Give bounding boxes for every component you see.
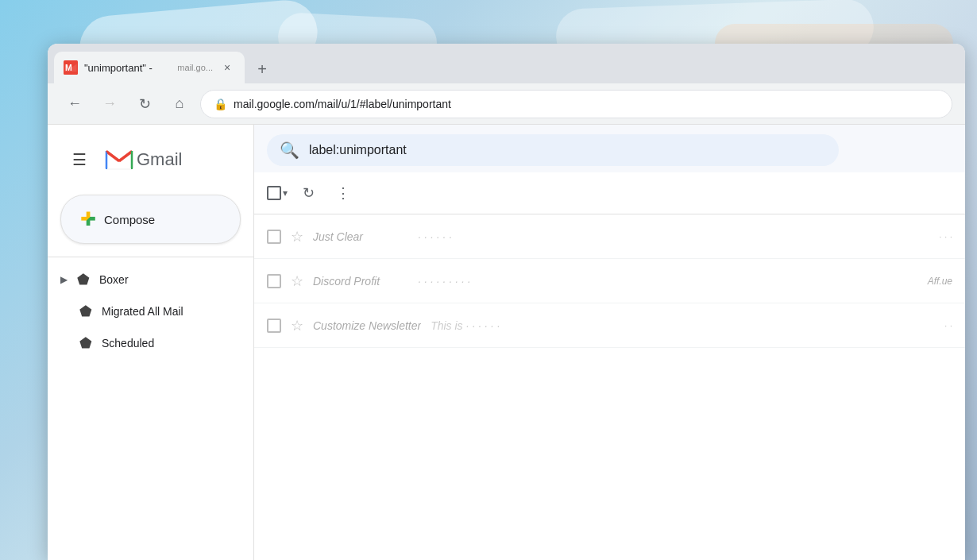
refresh-button[interactable]: ↻ xyxy=(130,90,159,118)
active-tab[interactable]: M "unimportant" - mail.go... × xyxy=(54,52,245,83)
compose-button[interactable]: ✚ Compose xyxy=(60,195,241,244)
gmail-m-logo xyxy=(105,149,133,171)
refresh-emails-button[interactable]: ↻ xyxy=(294,179,322,207)
tab-gmail-icon: M xyxy=(64,60,78,75)
home-button[interactable]: ⌂ xyxy=(165,90,194,118)
sidebar: ☰ Gmail xyxy=(48,125,254,560)
url-text: mail.google.com/mail/u/1/#label/unimport… xyxy=(234,98,451,110)
email-list: ☆ Just Clear · · · · · · · · · ☆ Discord… xyxy=(254,214,965,560)
new-tab-button[interactable]: + xyxy=(248,55,276,83)
tab-domain: mail.go... xyxy=(177,63,213,72)
migrated-label-icon: ⬟ xyxy=(79,303,92,320)
tab-close-button[interactable]: × xyxy=(219,60,235,75)
email-star-2[interactable]: ☆ xyxy=(291,272,303,290)
gmail-content: ☰ Gmail xyxy=(48,125,965,560)
scheduled-label: Scheduled xyxy=(102,337,154,350)
email-checkbox-2[interactable] xyxy=(267,274,281,288)
back-button[interactable]: ← xyxy=(60,90,89,118)
svg-text:M: M xyxy=(65,63,72,72)
email-checkbox-3[interactable] xyxy=(267,319,281,333)
email-row-2[interactable]: ☆ Discord Profit · · · · · · · · · Aff.u… xyxy=(254,259,965,303)
email-snippet-1: · · · · · · xyxy=(418,230,929,243)
browser-window: M "unimportant" - mail.go... × + ← → ↻ ⌂… xyxy=(48,44,965,560)
email-sender-2: Discord Profit xyxy=(313,275,408,288)
tab-title: "unimportant" - xyxy=(84,62,171,74)
gmail-logo-text: Gmail xyxy=(137,149,182,170)
boxer-label: Boxer xyxy=(99,273,129,286)
hamburger-button[interactable]: ☰ xyxy=(64,144,95,176)
scheduled-label-icon: ⬟ xyxy=(79,334,92,352)
forward-button: → xyxy=(95,90,124,118)
navigation-bar: ← → ↻ ⌂ 🔒 mail.google.com/mail/u/1/#labe… xyxy=(48,83,965,125)
email-star-3[interactable]: ☆ xyxy=(291,317,303,334)
select-all-checkbox[interactable]: ▾ xyxy=(267,186,288,200)
search-icon: 🔍 xyxy=(280,141,299,160)
email-sender-3: Customize Newsletter xyxy=(313,319,421,332)
checkbox-square xyxy=(267,186,281,200)
email-snippet-2: · · · · · · · · · xyxy=(418,275,918,288)
email-snippet-3: This is · · · · · · xyxy=(431,319,935,332)
sidebar-item-scheduled[interactable]: ⬟ Scheduled xyxy=(48,327,253,359)
tab-bar: M "unimportant" - mail.go... × + xyxy=(48,44,965,83)
search-query-text: label:unimportant xyxy=(309,143,407,157)
email-row[interactable]: ☆ Just Clear · · · · · · · · · xyxy=(254,214,965,259)
email-time-2: Aff.ue xyxy=(928,276,952,287)
email-toolbar: ▾ ↻ ⋮ xyxy=(254,172,965,214)
lock-icon: 🔒 xyxy=(214,98,227,110)
email-time-1: · · · xyxy=(939,231,952,242)
email-time-3: · · xyxy=(944,320,952,331)
sidebar-item-boxer[interactable]: ▶ ⬟ Boxer xyxy=(48,264,253,295)
more-options-button[interactable]: ⋮ xyxy=(329,179,357,207)
sidebar-item-migrated-all-mail[interactable]: ⬟ Migrated All Mail xyxy=(48,295,253,327)
search-bar-area: 🔍 label:unimportant xyxy=(254,125,965,172)
migrated-all-mail-label: Migrated All Mail xyxy=(102,305,183,318)
checkbox-dropdown-arrow: ▾ xyxy=(283,187,288,199)
email-star-1[interactable]: ☆ xyxy=(291,228,303,245)
sidebar-divider xyxy=(48,257,253,257)
compose-plus-icon: ✚ xyxy=(80,208,96,230)
boxer-expand-icon: ▶ xyxy=(60,274,68,285)
gmail-header: ☰ Gmail xyxy=(48,131,253,188)
address-bar[interactable]: 🔒 mail.google.com/mail/u/1/#label/unimpo… xyxy=(200,90,952,118)
compose-label: Compose xyxy=(104,213,155,226)
email-checkbox-1[interactable] xyxy=(267,230,281,244)
boxer-label-icon: ⬟ xyxy=(77,271,90,288)
search-bar[interactable]: 🔍 label:unimportant xyxy=(267,134,839,166)
main-email-area: 🔍 label:unimportant ▾ ↻ ⋮ ☆ Just xyxy=(254,125,965,560)
gmail-logo: Gmail xyxy=(105,149,182,171)
email-sender-1: Just Clear xyxy=(313,230,408,243)
email-row-3[interactable]: ☆ Customize Newsletter This is · · · · ·… xyxy=(254,303,965,348)
